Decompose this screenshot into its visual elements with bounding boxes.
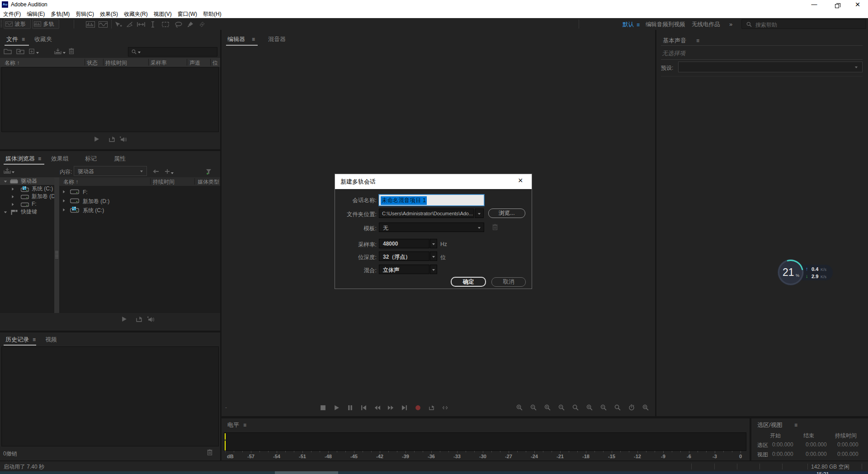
samplerate-input[interactable]: 48000 (379, 239, 429, 248)
media-autoplay-speaker-icon[interactable] (147, 316, 155, 322)
media-list-item-0[interactable]: F: (59, 187, 220, 196)
media-list-item-2[interactable]: 系统 (C:) (59, 205, 220, 214)
workspace-overflow-icon[interactable]: » (729, 21, 732, 28)
fast-forward-icon[interactable] (387, 404, 395, 411)
files-list[interactable] (1, 67, 219, 132)
spot-heal-tool-icon[interactable] (199, 21, 205, 28)
media-import-icon[interactable] (4, 168, 11, 174)
tab-properties[interactable]: 属性 (114, 155, 126, 163)
session-name-input[interactable]: 未命名混音项目 1 (379, 194, 484, 206)
waveform-display-icon[interactable] (99, 21, 108, 28)
workspace-tab-1[interactable]: 编辑音频到视频 (646, 21, 685, 28)
import-folder-icon[interactable] (16, 48, 24, 54)
template-dropdown[interactable]: 无 (379, 223, 484, 232)
zoom-in-horizontal-icon[interactable] (543, 404, 551, 411)
media-list[interactable]: 名称 ↑持续时间媒体类型 F:新加卷 (D:)系统 (C:) (59, 177, 220, 313)
zoom-in-at-in-point-icon[interactable] (585, 404, 593, 411)
level-meter[interactable] (224, 432, 746, 451)
tab-mixer[interactable]: 混音器 (268, 35, 286, 43)
files-col-3[interactable]: 采样率 (151, 59, 167, 67)
tab-effects-rack[interactable]: 效果组 (51, 155, 69, 163)
move-tool-icon[interactable] (115, 21, 122, 28)
history-trash-icon[interactable] (207, 449, 212, 455)
media-back-icon[interactable] (152, 169, 159, 174)
minimize-button[interactable]: — (807, 0, 821, 9)
tab-favorites[interactable]: 收藏夹 (34, 35, 52, 43)
move-to-previous-icon[interactable] (360, 404, 368, 411)
media-panel-menu-icon[interactable]: ≡ (38, 156, 41, 162)
rewind-icon[interactable] (373, 404, 381, 411)
slip-tool-icon[interactable] (137, 22, 145, 27)
list-chevron-icon[interactable] (63, 190, 65, 193)
files-col-4[interactable]: 声道 (189, 59, 200, 67)
close-button[interactable]: × (851, 0, 864, 9)
files-col-0[interactable]: 名称 ↑ (5, 59, 19, 67)
open-file-icon[interactable] (4, 48, 12, 54)
workspace-tab-2[interactable]: 无线电作品 (692, 21, 720, 28)
preset-dropdown[interactable] (678, 62, 863, 72)
files-play-icon[interactable] (94, 136, 99, 142)
tab-essential-sound[interactable]: 基本声音 (663, 37, 686, 45)
help-search-box[interactable]: 搜索帮助 (741, 19, 866, 29)
menu-window[interactable]: 窗口(W) (175, 9, 200, 18)
menu-view[interactable]: 视图(V) (151, 9, 175, 18)
new-file-icon[interactable] (29, 48, 35, 54)
zoom-out-vertical-icon[interactable] (529, 404, 537, 411)
mix-dropdown-button[interactable] (430, 265, 437, 274)
import-media-icon[interactable] (54, 48, 61, 54)
tree-item-1[interactable]: 系统 (C:) (0, 185, 54, 193)
cpu-percent-widget[interactable]: 21 % (778, 259, 804, 285)
timer-zoom-icon[interactable] (627, 404, 635, 411)
tab-video[interactable]: 视频 (45, 336, 57, 344)
menu-favorites[interactable]: 收藏夹(R) (121, 9, 151, 18)
menu-effects[interactable]: 效果(S) (97, 9, 121, 18)
brush-tool-icon[interactable] (187, 21, 193, 28)
media-col-2[interactable]: 媒体类型 (198, 178, 219, 186)
files-trash-icon[interactable] (69, 48, 74, 54)
mix-dropdown[interactable]: 立体声 (379, 265, 429, 274)
files-col-2[interactable]: 持续时间 (105, 59, 127, 67)
list-chevron-icon[interactable] (63, 209, 65, 211)
template-delete-icon[interactable] (492, 224, 498, 230)
zoom-out-at-out-point-icon[interactable] (599, 404, 607, 411)
media-loop-icon[interactable] (136, 316, 142, 322)
toolbar-grip[interactable] (0, 20, 2, 28)
media-add-shortcut-icon[interactable] (165, 169, 170, 174)
zoom-reset-icon[interactable] (571, 404, 579, 411)
samplerate-dropdown-button[interactable] (430, 239, 437, 248)
loop-playback-icon[interactable] (428, 404, 435, 411)
workspace-tab-0[interactable]: 默认 (623, 21, 634, 28)
files-col-5[interactable]: 位 (212, 59, 218, 67)
ok-button[interactable]: 确定 (451, 277, 486, 287)
media-col-0[interactable]: 名称 ↑ (63, 178, 78, 186)
media-play-icon[interactable] (121, 316, 127, 322)
tree-item-4[interactable]: 快捷键 (0, 208, 54, 216)
zoom-in-vertical-icon[interactable] (515, 404, 523, 411)
menu-clip[interactable]: 剪辑(C) (72, 9, 97, 18)
levels-panel-menu-icon[interactable]: ≡ (243, 422, 246, 428)
tree-chevron-icon[interactable] (4, 181, 7, 183)
waveform-view-button[interactable]: 波形 (4, 19, 31, 29)
tab-markers[interactable]: 标记 (85, 155, 97, 163)
folder-location-input[interactable]: C:\Users\Administrator\Documents\Ado... (379, 209, 474, 218)
tree-chevron-icon[interactable] (12, 188, 14, 190)
zoom-out-horizontal-icon[interactable] (557, 404, 565, 411)
move-to-next-icon[interactable] (401, 404, 408, 411)
lasso-tool-icon[interactable] (175, 22, 182, 28)
list-chevron-icon[interactable] (63, 199, 65, 202)
workspace-menu-icon[interactable]: ≡ (637, 22, 640, 28)
media-list-header[interactable]: 名称 ↑持续时间媒体类型 (59, 177, 220, 186)
tree-item-2[interactable]: 新加卷 (D:) (0, 193, 54, 200)
spectral-display-icon[interactable] (86, 21, 95, 28)
browse-button[interactable]: 浏览... (488, 209, 525, 218)
menu-help[interactable]: 帮助(H) (200, 9, 224, 18)
play-icon[interactable] (333, 404, 340, 411)
bitdepth-dropdown-button[interactable] (430, 251, 437, 261)
content-dropdown[interactable]: 驱动器 (74, 166, 147, 176)
tree-chevron-icon[interactable] (12, 195, 14, 198)
tab-editor[interactable]: 编辑器 (227, 35, 245, 43)
tab-selection-view[interactable]: 选区/视图 (757, 421, 783, 429)
tab-files[interactable]: 文件 (6, 35, 18, 43)
files-panel-menu-icon[interactable]: ≡ (22, 36, 25, 43)
menu-multitrack[interactable]: 多轨(M) (47, 9, 72, 18)
